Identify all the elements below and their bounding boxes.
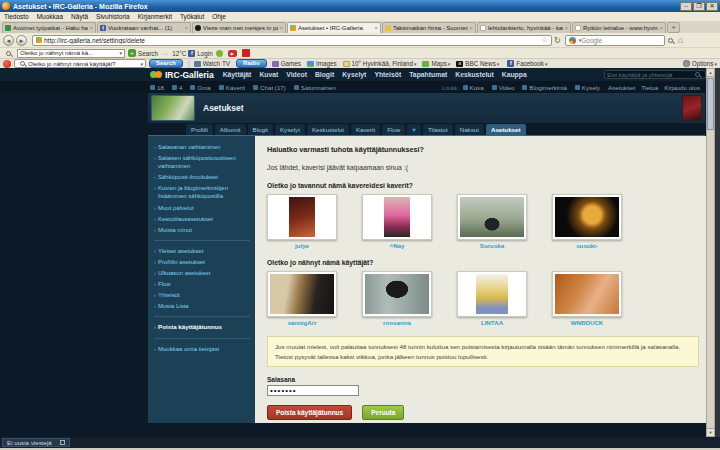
toolbar-options[interactable]: Options▾ — [683, 60, 717, 67]
browser-tab-5[interactable]: Taksimatkan hinta - Suomen Taksiliitto× — [382, 22, 476, 33]
nav-forums[interactable]: Keskustelut — [455, 71, 494, 78]
reload-icon[interactable]: ↻ — [554, 36, 561, 45]
forward-button[interactable]: ▸ — [16, 35, 27, 46]
search-icon[interactable] — [668, 38, 673, 43]
sidebar-link-flow[interactable]: ›Flow — [154, 280, 250, 288]
scrollbar-thumb[interactable] — [707, 78, 714, 130]
maximize-button[interactable]: ❐ — [693, 2, 705, 11]
menu-tools[interactable]: Työkalut — [180, 13, 204, 20]
username-link[interactable]: ^Nay — [362, 242, 432, 249]
username-link[interactable]: Suruska — [457, 242, 527, 249]
random-user-link[interactable]: Satunnainen — [294, 84, 336, 91]
bbc-news-link[interactable]: BBBC News▾ — [456, 60, 499, 67]
nav-shop[interactable]: Kauppa — [502, 71, 527, 78]
sidebar-link-appearance-settings[interactable]: ›Ulkoasun asetukset — [154, 269, 250, 277]
browser-tab-1[interactable]: Avoimet työpaikat - Haku hakutekijöillä× — [2, 22, 96, 33]
url-bar[interactable]: http://irc-galleria.net/settings/delete … — [32, 35, 552, 46]
info-link[interactable]: Tietoa — [641, 84, 658, 91]
games-link[interactable]: Games — [272, 60, 301, 67]
sidebar-link-remember-me[interactable]: ›Muista minut — [154, 226, 250, 234]
user-card[interactable]: susuki- — [552, 194, 622, 249]
cancel-button[interactable]: Peruuta — [362, 405, 404, 420]
sidebar-link-change-secret-email[interactable]: ›Salaisen sähköpostiosoitteen vaihtamine… — [154, 154, 250, 170]
addon-icon[interactable] — [242, 49, 250, 57]
new-count[interactable]: 4 — [172, 84, 182, 91]
tab-close-icon[interactable]: × — [374, 25, 378, 31]
images-link[interactable]: Images — [307, 60, 337, 67]
username-link[interactable]: julye — [267, 242, 337, 249]
tab-profile[interactable]: Profiili — [186, 124, 213, 135]
user-card[interactable]: ^Nay — [362, 194, 432, 249]
delete-account-button[interactable]: Poista käyttäjätunnus — [267, 405, 352, 420]
add-video-link[interactable]: Video — [492, 84, 515, 91]
online-count[interactable]: 18 — [150, 84, 164, 91]
tab-close-icon[interactable]: × — [659, 25, 663, 31]
menu-history[interactable]: Sivuhistoria — [96, 13, 130, 20]
username-link[interactable]: susuki- — [552, 242, 622, 249]
home-icon[interactable]: ⌂ — [678, 35, 683, 45]
menu-help[interactable]: Ohje — [212, 13, 226, 20]
user-card[interactable]: sannigArr — [267, 271, 337, 326]
chat-window-icon[interactable] — [60, 440, 65, 445]
username-link[interactable]: sannigArr — [267, 319, 337, 326]
weather-temperature[interactable]: 12°C — [172, 50, 186, 57]
sidebar-link-profile-settings[interactable]: ›Profiilin asetukset — [154, 258, 250, 266]
tab-close-icon[interactable]: × — [89, 25, 93, 31]
toolbar-search-button[interactable]: Search — [149, 59, 183, 68]
nav-polls[interactable]: Kyselyt — [342, 71, 366, 78]
tab-discussions[interactable]: Keskustelut — [307, 124, 349, 135]
add-poll-link[interactable]: Kysely — [575, 84, 600, 91]
facebook-link[interactable]: fFacebook▾ — [505, 60, 547, 67]
quick-search-dropdown[interactable]: Oletko jo nähnyt nämä kä... ▾ — [17, 49, 125, 58]
username-link[interactable]: WNBDUCK — [552, 319, 622, 326]
minimize-button[interactable]: – — [680, 2, 692, 11]
maps-link[interactable]: Maps▾ — [422, 60, 450, 67]
wot-icon[interactable] — [216, 50, 223, 57]
toolbar-search-field[interactable]: Oletko jo nähnyt nämä käyttäjät? ▾ — [14, 59, 146, 68]
browser-tab-7[interactable]: Rytkön leirialue - www.hyvinkaa.fi× — [572, 22, 666, 33]
browser-tab-2[interactable]: fVuokrataan vanhat... (1)× — [97, 22, 191, 33]
browser-tab-3[interactable]: Vieze man met meisjes in pakjes | Fla...… — [192, 22, 286, 33]
chat-status[interactable]: Ei uusia viestejä — [2, 438, 70, 447]
logout-link[interactable]: Kirjaudu ulos — [664, 84, 700, 91]
username-link[interactable]: LINTAA — [457, 319, 527, 326]
chat-link[interactable]: Chat (17) — [253, 84, 286, 91]
sidebar-link-other-services[interactable]: ›Muut palvelut — [154, 204, 250, 212]
login-link[interactable]: Login — [197, 50, 212, 57]
nav-photos[interactable]: Kuvat — [259, 71, 278, 78]
scroll-up-icon[interactable]: ▲ — [707, 69, 714, 77]
menu-bookmarks[interactable]: Kirjanmerkit — [138, 13, 172, 20]
friends-link[interactable]: Kaverit — [219, 84, 245, 91]
browser-tab-4-active[interactable]: Asetukset • IRC-Galleria× — [287, 22, 381, 33]
nav-blogs[interactable]: Blogit — [315, 71, 334, 78]
sidebar-link-edit-info[interactable]: ›Muokkaa omia tietojasi — [154, 345, 250, 353]
tab-close-icon[interactable]: × — [564, 25, 568, 31]
site-logo[interactable]: IRC-Galleria — [165, 70, 214, 80]
bookmark-star-icon[interactable]: ☆ — [542, 36, 548, 44]
weather-link[interactable]: 10° Hyvinkää, Finland▾ — [343, 60, 417, 67]
tab-settings[interactable]: Asetukset — [486, 124, 526, 135]
sidebar-link-general-settings[interactable]: ›Yleiset asetukset — [154, 247, 250, 255]
close-button[interactable]: ✕ — [706, 2, 718, 11]
nav-events[interactable]: Tapahtumat — [409, 71, 447, 78]
watch-tv-link[interactable]: Watch TV — [194, 60, 230, 67]
tab-flow[interactable]: Flow — [382, 124, 405, 135]
tab-stats[interactable]: Tilastot — [423, 124, 453, 135]
sidebar-link-change-password[interactable]: ›Salasanan vaihtaminen — [154, 143, 250, 151]
tab-naksut[interactable]: Naksut — [455, 124, 484, 135]
sidebar-link-delete-account[interactable]: ›Poista käyttäjätunnus — [154, 323, 250, 331]
radio-button[interactable]: Radio — [236, 59, 267, 68]
google-search-box[interactable]: ▾ Google — [565, 35, 665, 46]
sidebar-link-email-upload[interactable]: ›Kuvien ja blogimerkintöjen lisääminen s… — [154, 184, 250, 200]
avatar[interactable] — [682, 95, 702, 121]
username-link[interactable]: roosanna — [362, 319, 432, 326]
nav-users[interactable]: Käyttäjät — [223, 71, 252, 78]
user-card[interactable]: Suruska — [457, 194, 527, 249]
tab-albums[interactable]: Albumit — [215, 124, 246, 135]
back-button[interactable]: ◂ — [3, 35, 14, 46]
sidebar-link-subscription[interactable]: ›Kestotilausasetukset — [154, 215, 250, 223]
site-search-input[interactable]: Etsi käyttäjiä ja yhteisöjä — [604, 70, 706, 79]
settings-link[interactable]: Asetukset — [608, 84, 635, 91]
tab-friends[interactable]: Kaverit — [351, 124, 380, 135]
nav-videos[interactable]: Videot — [286, 71, 307, 78]
